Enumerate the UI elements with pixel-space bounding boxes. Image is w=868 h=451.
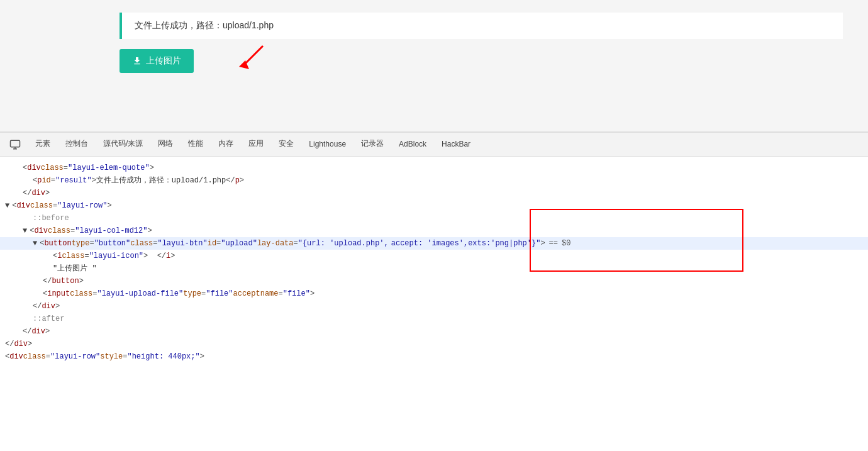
- code-line-14: </div>: [0, 325, 868, 338]
- svg-line-0: [244, 46, 263, 65]
- code-line-1: <div class="layui-elem-quote">: [0, 162, 868, 174]
- tab-performance[interactable]: 性能: [181, 133, 211, 157]
- tab-memory[interactable]: 内存: [211, 133, 241, 157]
- code-line-7: ▼ <button type="button" class="layui-btn…: [0, 237, 868, 250]
- tab-network[interactable]: 网络: [150, 133, 181, 157]
- code-line-16: <div class="layui-row" style="height: 44…: [0, 350, 868, 363]
- code-line-15: </div>: [0, 338, 868, 350]
- devtools-panel: 元素 控制台 源代码/来源 网络 性能 内存 应用 安全 Lighthouse …: [0, 132, 868, 368]
- devtools-tab-bar: 元素 控制台 源代码/来源 网络 性能 内存 应用 安全 Lighthouse …: [0, 133, 868, 157]
- code-line-9: "上传图片 ": [0, 262, 868, 275]
- upload-button[interactable]: 上传图片: [120, 49, 194, 73]
- success-text: 文件上传成功，路径：upload/1.php: [135, 20, 274, 30]
- code-line-4: ▼ <div class="layui-row">: [0, 199, 868, 212]
- tab-security[interactable]: 安全: [271, 133, 301, 157]
- code-view: <div class="layui-elem-quote"> <p id="re…: [0, 157, 868, 368]
- code-line-11: <input class="layui-upload-file" type="f…: [0, 287, 868, 300]
- tab-hackbar[interactable]: HackBar: [434, 133, 478, 157]
- arrow-indicator: [231, 43, 269, 76]
- tab-recorder[interactable]: 记录器: [353, 133, 391, 157]
- page-content: 文件上传成功，路径：upload/1.php 上传图片: [0, 0, 868, 132]
- code-line-3: </div>: [0, 187, 868, 199]
- code-line-6: ▼ <div class="layui-col-md12">: [0, 225, 868, 237]
- code-line-2: <p id="result">文件上传成功，路径：upload/1.php</p…: [0, 174, 868, 187]
- upload-icon: [132, 56, 142, 66]
- tab-lighthouse[interactable]: Lighthouse: [301, 133, 353, 157]
- code-section: <div class="layui-elem-quote"> <p id="re…: [0, 157, 868, 368]
- upload-button-label: 上传图片: [146, 55, 181, 67]
- svg-rect-2: [11, 140, 20, 147]
- code-line-10: </button>: [0, 275, 868, 287]
- tab-adblock[interactable]: AdBlock: [391, 133, 434, 157]
- success-message: 文件上传成功，路径：upload/1.php: [120, 13, 843, 39]
- tab-console[interactable]: 控制台: [58, 133, 96, 157]
- tab-elements[interactable]: 元素: [28, 133, 58, 157]
- devtools-icon: [5, 133, 25, 157]
- code-line-12: </div>: [0, 300, 868, 313]
- code-line-13: ::after: [0, 313, 868, 325]
- code-line-8: <i class="layui-icon"> </i>: [0, 250, 868, 262]
- code-line-5: ::before: [0, 212, 868, 225]
- tab-application[interactable]: 应用: [241, 133, 271, 157]
- tab-sources[interactable]: 源代码/来源: [96, 133, 150, 157]
